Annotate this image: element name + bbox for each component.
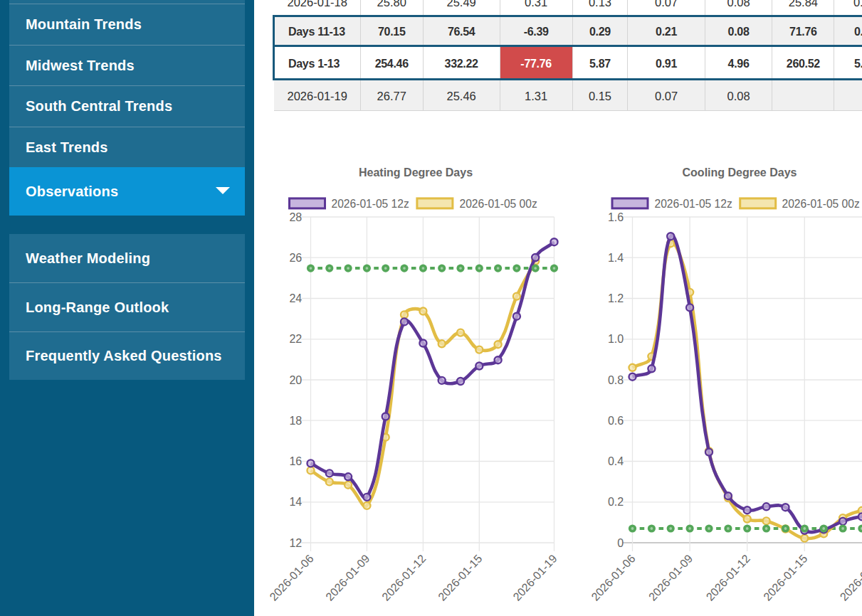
- svg-text:0.8: 0.8: [608, 374, 624, 386]
- svg-text:22: 22: [289, 333, 302, 345]
- svg-text:2026-01-05 00z: 2026-01-05 00z: [782, 198, 860, 210]
- svg-text:26: 26: [289, 252, 302, 264]
- svg-text:2026-01-12: 2026-01-12: [379, 552, 428, 603]
- svg-text:1.0: 1.0: [608, 333, 624, 345]
- svg-text:2026-01-06: 2026-01-06: [267, 552, 315, 603]
- svg-text:0: 0: [617, 537, 624, 549]
- svg-text:14: 14: [289, 496, 302, 508]
- svg-text:2026-01-19: 2026-01-19: [510, 552, 559, 603]
- svg-text:0.4: 0.4: [608, 455, 624, 467]
- svg-text:2026-01-05 00z: 2026-01-05 00z: [460, 198, 537, 210]
- svg-text:20: 20: [289, 374, 302, 386]
- svg-text:28: 28: [289, 211, 302, 223]
- svg-text:2026-01-19: 2026-01-19: [838, 552, 862, 603]
- svg-text:2026-01-09: 2026-01-09: [646, 552, 695, 603]
- svg-text:2026-01-09: 2026-01-09: [323, 552, 372, 603]
- svg-text:2026-01-05 12z: 2026-01-05 12z: [332, 198, 409, 210]
- svg-text:1.4: 1.4: [608, 252, 624, 264]
- svg-text:0.6: 0.6: [608, 415, 624, 427]
- svg-text:2026-01-05 12z: 2026-01-05 12z: [655, 198, 732, 210]
- svg-text:Heating Degree Days: Heating Degree Days: [359, 166, 473, 179]
- svg-text:1.6: 1.6: [608, 211, 624, 223]
- svg-text:2026-01-12: 2026-01-12: [704, 552, 752, 603]
- svg-text:24: 24: [289, 292, 302, 304]
- svg-text:12: 12: [289, 537, 302, 549]
- svg-text:16: 16: [289, 455, 302, 467]
- svg-text:0.2: 0.2: [608, 496, 624, 508]
- svg-text:Cooling Degree Days: Cooling Degree Days: [683, 166, 797, 179]
- svg-text:2026-01-15: 2026-01-15: [761, 552, 809, 603]
- svg-text:2026-01-15: 2026-01-15: [436, 552, 484, 603]
- svg-text:1.2: 1.2: [608, 292, 624, 304]
- svg-text:2026-01-06: 2026-01-06: [589, 552, 637, 603]
- svg-text:18: 18: [289, 415, 302, 427]
